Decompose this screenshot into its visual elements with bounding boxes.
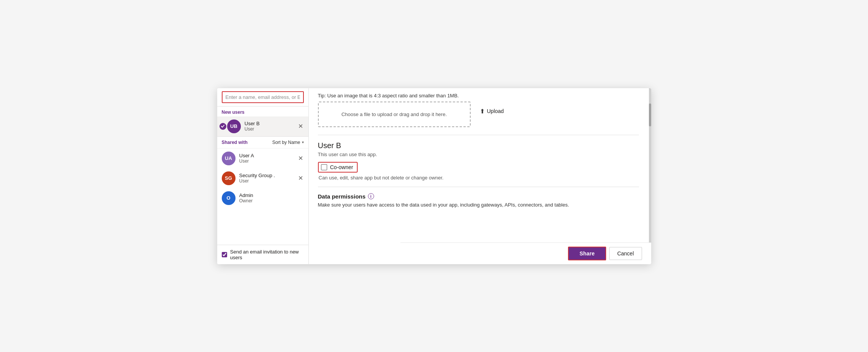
remove-button-sg[interactable]: ✕: [297, 174, 305, 182]
avatar-ub: UB: [227, 119, 241, 133]
upload-label: Upload: [487, 108, 504, 114]
avatar-sg: SG: [222, 171, 236, 185]
user-role-admin: Owner: [239, 198, 304, 203]
sort-dropdown[interactable]: Sort by Name ▾: [272, 140, 303, 145]
shared-with-label: Shared with: [222, 140, 248, 145]
shared-user-item-admin[interactable]: O Admin Owner: [217, 188, 308, 208]
search-input[interactable]: [222, 91, 304, 103]
user-name-admin: Admin: [239, 192, 304, 198]
user-name-ua: User A: [239, 153, 304, 158]
user-info-ua: User A User: [239, 153, 304, 164]
email-invitation-label: Send an email invitation to new users: [230, 249, 304, 260]
shared-users-list: UA User A User ✕ SG Security Group . Use…: [217, 149, 308, 245]
coowner-checkbox[interactable]: [321, 164, 327, 170]
right-panel: Tip: Use an image that is 4:3 aspect rat…: [309, 88, 651, 264]
user-b-description: This user can use this app.: [318, 152, 639, 157]
search-input-wrapper: [217, 88, 308, 107]
share-modal: New users UB User B User ✕ Shared with S…: [217, 88, 651, 264]
sort-label: Sort by Name: [272, 140, 300, 145]
section-divider-2: [318, 187, 639, 187]
remove-button-ua[interactable]: ✕: [297, 155, 305, 162]
new-user-item-ub[interactable]: UB User B User ✕: [217, 116, 308, 136]
user-name-sg: Security Group .: [239, 173, 304, 178]
right-panel-inner: Tip: Use an image that is 4:3 aspect rat…: [309, 88, 651, 264]
coowner-note: Can use, edit, share app but not delete …: [319, 175, 639, 181]
coowner-row: Co-owner: [318, 162, 639, 173]
user-b-heading: User B: [318, 141, 639, 150]
coowner-checkbox-wrapper: Co-owner: [318, 162, 358, 173]
share-button[interactable]: Share: [568, 247, 606, 260]
user-info-admin: Admin Owner: [239, 192, 304, 203]
email-invitation-row: Send an email invitation to new users: [217, 245, 308, 264]
tip-text: Tip: Use an image that is 4:3 aspect rat…: [318, 93, 639, 98]
user-role-ub: User: [245, 126, 304, 132]
left-panel: New users UB User B User ✕ Shared with S…: [217, 88, 309, 264]
remove-button-ub[interactable]: ✕: [297, 123, 305, 130]
upload-icon: ⬆: [480, 108, 485, 115]
user-name-ub: User B: [245, 121, 304, 126]
avatar-ua: UA: [222, 152, 236, 165]
user-role-sg: User: [239, 178, 304, 184]
new-users-label: New users: [217, 107, 308, 116]
scrollbar-thumb[interactable]: [649, 103, 651, 126]
data-permissions-heading: Data permissions: [318, 193, 366, 200]
shared-user-item-ua[interactable]: UA User A User ✕: [217, 149, 308, 168]
user-b-section: User B This user can use this app. Co-ow…: [318, 141, 639, 181]
shared-with-bar: Shared with Sort by Name ▾: [217, 136, 308, 149]
info-icon[interactable]: i: [368, 193, 374, 199]
user-info-ub: User B User: [245, 121, 304, 132]
upload-drop-zone[interactable]: Choose a file to upload or drag and drop…: [318, 102, 471, 127]
coowner-label: Co-owner: [330, 164, 353, 170]
section-divider-1: [318, 135, 639, 135]
check-badge: [219, 123, 226, 130]
drop-zone-text: Choose a file to upload or drag and drop…: [341, 111, 447, 117]
avatar-admin: O: [222, 191, 236, 205]
data-permissions-section: Data permissions i Make sure your users …: [318, 193, 639, 208]
upload-section: Tip: Use an image that is 4:3 aspect rat…: [318, 93, 639, 129]
user-role-ua: User: [239, 158, 304, 164]
user-info-sg: Security Group . User: [239, 173, 304, 184]
checkmark-icon: [221, 124, 225, 128]
chevron-down-icon: ▾: [302, 140, 304, 144]
shared-user-item-sg[interactable]: SG Security Group . User ✕: [217, 168, 308, 188]
upload-button[interactable]: ⬆ Upload: [480, 108, 504, 115]
cancel-button[interactable]: Cancel: [609, 247, 642, 260]
data-permissions-title: Data permissions i: [318, 193, 639, 200]
email-invitation-checkbox[interactable]: [222, 252, 227, 258]
scrollbar-track[interactable]: [649, 88, 651, 264]
bottom-bar: Share Cancel: [400, 242, 651, 264]
data-permissions-description: Make sure your users have access to the …: [318, 202, 639, 208]
